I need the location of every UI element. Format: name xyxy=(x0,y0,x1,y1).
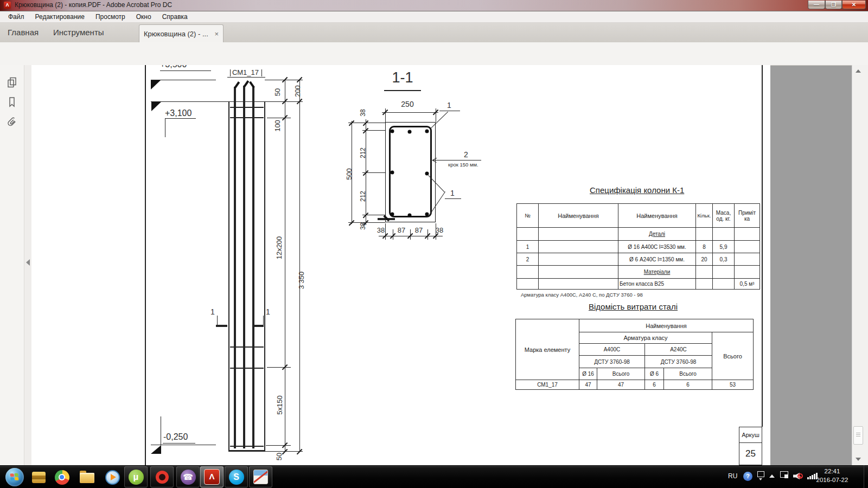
taskbar-chrome-icon[interactable] xyxy=(53,468,71,486)
clock[interactable]: 22:41 2016-07-22 xyxy=(812,467,853,484)
restore-button[interactable]: ❐ xyxy=(825,1,842,9)
taskbar-wallet-icon[interactable] xyxy=(29,468,48,486)
opera-icon xyxy=(156,471,169,484)
leader-1-bottom-label: 1 xyxy=(450,189,455,197)
scroll-down-icon[interactable] xyxy=(856,458,861,461)
dim-100: 100 xyxy=(273,120,282,132)
steel-class-header: Арматура класу xyxy=(579,332,712,344)
spec-col-note: Примітка xyxy=(735,204,760,228)
dim-b-87b: 87 xyxy=(415,226,423,234)
steel-d6-header: Ø 6 xyxy=(645,368,664,380)
steel-d16-header: Ø 16 xyxy=(579,368,597,380)
paint-icon xyxy=(253,470,268,484)
steel-dstu1: ДСТУ 3760-98 xyxy=(579,356,645,368)
tab-document[interactable]: Крюковщина (2) - ... × xyxy=(139,24,224,42)
section-mark-left-label: 1 xyxy=(210,307,215,316)
spec-col-no: № xyxy=(517,204,539,228)
taskbar-skype-button[interactable]: S xyxy=(225,466,248,487)
scrollbar-thumb[interactable] xyxy=(853,426,863,445)
title-bar: Λ Крюковщина (2) - копия.PDF - Adobe Acr… xyxy=(0,0,868,11)
table-row: Бетон класса В25 0,5 м³ xyxy=(517,279,760,290)
show-hidden-icons-icon[interactable] xyxy=(769,474,775,478)
tray-window-icon[interactable] xyxy=(757,471,764,477)
rebar-dot xyxy=(391,130,394,133)
network-icon[interactable] xyxy=(780,471,788,478)
close-button[interactable]: ✕ xyxy=(842,1,866,9)
table-row: Деталі xyxy=(517,228,760,241)
system-tray: RU ? 22:41 2016-07-22 xyxy=(722,465,868,488)
tray-date: 2016-07-22 xyxy=(812,476,853,484)
stirrup-tie xyxy=(230,346,264,348)
menu-help[interactable]: Справка xyxy=(159,12,190,22)
minimize-button[interactable]: — xyxy=(808,1,825,9)
desktop: { "window": { "title": "Крюковщина (2) -… xyxy=(0,0,868,488)
show-desktop-divider[interactable] xyxy=(864,465,864,488)
steel-a400-header: А400С xyxy=(579,344,645,356)
tray-help-icon[interactable]: ? xyxy=(743,472,752,481)
rebar-dot xyxy=(425,130,429,133)
taskbar-paint-button[interactable] xyxy=(249,466,272,487)
dim-b-38a: 38 xyxy=(377,226,385,234)
start-button[interactable] xyxy=(5,468,24,486)
vertical-scrollbar[interactable] xyxy=(852,65,868,465)
rebar xyxy=(252,87,254,448)
taskbar-media-player-icon[interactable] xyxy=(103,468,122,486)
taskbar-opera-button[interactable] xyxy=(150,466,174,487)
acrobat-icon: Λ xyxy=(204,469,220,485)
tab-home[interactable]: Главная xyxy=(8,28,39,37)
window-title: Крюковщина (2) - копия.PDF - Adobe Acrob… xyxy=(15,1,172,9)
dim-38-top: 38 xyxy=(359,109,367,116)
spec-table-title: Специфікація колони К-1 xyxy=(590,185,684,195)
tab-tools[interactable]: Инструменты xyxy=(53,28,104,37)
drawing-frame-right xyxy=(762,65,763,427)
table-row: 1 Ø 16 А400С l=3530 мм. 8 5,9 xyxy=(517,241,760,253)
dim-total-3350: 3 350 xyxy=(297,272,305,290)
acrobat-app-icon: Λ xyxy=(4,2,11,9)
rebar xyxy=(243,86,245,448)
spec-row2-desc: Ø 6 А240С l=1350 мм. xyxy=(618,253,696,266)
steel-grand-total-header: Всього xyxy=(712,332,754,380)
steel-dstu2: ДСТУ 3760-98 xyxy=(645,356,712,368)
bookmarks-icon[interactable] xyxy=(5,95,18,108)
menu-view[interactable]: Просмотр xyxy=(93,12,128,22)
taskbar-explorer-icon[interactable] xyxy=(78,468,96,486)
taskbar-acrobat-button[interactable]: Λ xyxy=(200,466,224,487)
column-outline xyxy=(228,101,229,451)
language-indicator[interactable]: RU xyxy=(728,472,737,480)
steel-a240-header: А240С xyxy=(645,344,712,356)
rebar-dot xyxy=(408,130,412,134)
section-mark-right-label: 1 xyxy=(266,307,270,316)
taskbar-utorrent-button[interactable]: µ xyxy=(124,466,148,487)
dim-212-b: 212 xyxy=(359,191,367,202)
volume-muted-icon[interactable] xyxy=(793,471,804,481)
dim-212-a: 212 xyxy=(359,147,367,158)
rebar-hook xyxy=(249,81,254,88)
level-bottom-label: -0,250 xyxy=(163,432,188,442)
menu-file[interactable]: Файл xyxy=(5,12,27,22)
table-row: 2 Ø 6 А240С l=1350 мм. 20 0,3 xyxy=(517,253,760,266)
page-thumbnails-icon[interactable] xyxy=(5,76,18,89)
spec-row1-desc: Ø 16 А400С l=3530 мм. xyxy=(618,241,696,253)
scroll-up-icon[interactable] xyxy=(856,69,861,73)
pdf-page[interactable]: +3,500 +3,100 -0,250 СМ1_17 xyxy=(31,65,770,465)
window-controls: — ❐ ✕ xyxy=(808,1,866,9)
spec-group-details: Деталі xyxy=(618,228,696,241)
windows-logo-icon xyxy=(10,473,20,481)
level-mark-icon xyxy=(151,445,161,454)
stirrup-tie xyxy=(230,107,264,108)
collapse-panel-icon[interactable] xyxy=(26,259,30,266)
dim-b-87a: 87 xyxy=(398,226,405,234)
spec-col-name2: Найменування xyxy=(618,204,696,228)
dim-50-bottom: 50 xyxy=(275,453,283,460)
attachments-icon[interactable] xyxy=(5,115,18,128)
utorrent-icon: µ xyxy=(129,470,144,485)
spec-table: № Найменування Найменування Кільк. Маса,… xyxy=(516,203,760,290)
tab-close-icon[interactable]: × xyxy=(214,30,219,38)
sidebar-collapse-strip[interactable] xyxy=(24,65,32,465)
menu-edit[interactable]: Редактирование xyxy=(33,12,87,22)
taskbar-viber-button[interactable]: ☎ xyxy=(176,466,200,487)
sheet-number: 25 xyxy=(739,443,762,465)
menu-window[interactable]: Окно xyxy=(133,12,154,22)
section-view-title: 1-1 xyxy=(383,69,422,86)
stirrup-tie xyxy=(230,446,264,447)
